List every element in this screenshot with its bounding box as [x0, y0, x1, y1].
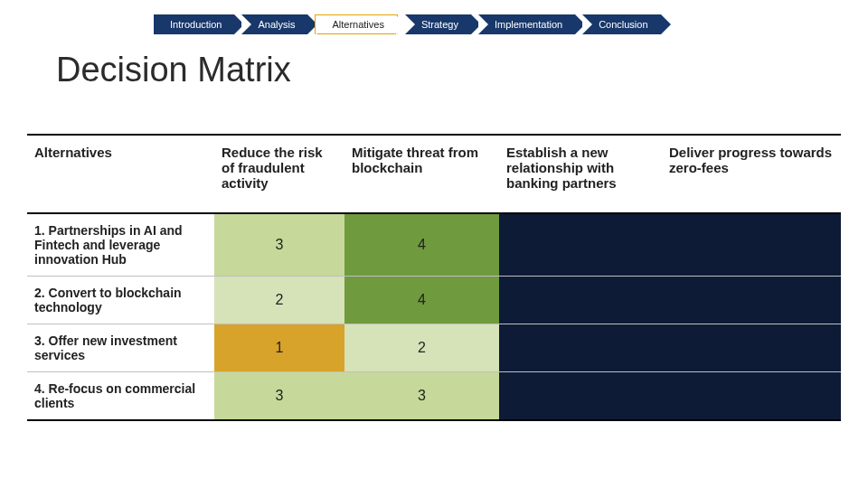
score-cell-redacted: [499, 277, 662, 324]
nav-label: Strategy: [421, 19, 458, 30]
nav-conclusion[interactable]: Conclusion: [582, 14, 660, 34]
decision-matrix-table: Alternatives Reduce the risk of fraudule…: [27, 134, 841, 421]
nav-label: Introduction: [170, 19, 222, 30]
score-cell: 4: [344, 213, 499, 277]
nav-implementation[interactable]: Implementation: [478, 14, 575, 34]
row-label: 3. Offer new investment services: [27, 324, 214, 372]
table-row: 3. Offer new investment services12: [27, 324, 841, 372]
col-reduce-risk: Reduce the risk of fraudulent activity: [214, 135, 344, 213]
breadcrumb: Introduction Analysis Alternatives Strat…: [154, 14, 668, 34]
score-cell-redacted: [499, 372, 662, 421]
nav-label: Alternatives: [332, 19, 383, 30]
score-cell: 3: [214, 213, 344, 277]
score-cell: 2: [214, 277, 344, 324]
score-cell: 3: [344, 372, 499, 421]
score-cell: 3: [214, 372, 344, 421]
nav-alternatives[interactable]: Alternatives: [315, 14, 397, 34]
col-banking: Establish a new relationship with bankin…: [499, 135, 662, 213]
col-zero-fees: Deliver progress towards zero-fees: [662, 135, 841, 213]
score-cell-redacted: [662, 213, 841, 277]
col-alternatives: Alternatives: [27, 135, 214, 213]
nav-introduction[interactable]: Introduction: [154, 14, 234, 34]
nav-label: Analysis: [258, 19, 295, 30]
table-row: 4. Re-focus on commercial clients33: [27, 372, 841, 421]
page-title: Decision Matrix: [56, 51, 291, 89]
score-cell: 1: [214, 324, 344, 372]
row-label: 2. Convert to blockchain technology: [27, 277, 214, 324]
nav-analysis[interactable]: Analysis: [241, 14, 307, 34]
score-cell: 4: [344, 277, 499, 324]
nav-label: Conclusion: [599, 19, 647, 30]
row-label: 1. Partnerships in AI and Fintech and le…: [27, 213, 214, 277]
score-cell-redacted: [499, 324, 662, 372]
table-row: 1. Partnerships in AI and Fintech and le…: [27, 213, 841, 277]
score-cell-redacted: [662, 324, 841, 372]
row-label: 4. Re-focus on commercial clients: [27, 372, 214, 421]
table-row: 2. Convert to blockchain technology24: [27, 277, 841, 324]
nav-strategy[interactable]: Strategy: [405, 14, 471, 34]
col-blockchain: Mitigate threat from blockchain: [344, 135, 499, 213]
score-cell: 2: [344, 324, 499, 372]
nav-label: Implementation: [495, 19, 562, 30]
score-cell-redacted: [662, 277, 841, 324]
score-cell-redacted: [499, 213, 662, 277]
score-cell-redacted: [662, 372, 841, 421]
